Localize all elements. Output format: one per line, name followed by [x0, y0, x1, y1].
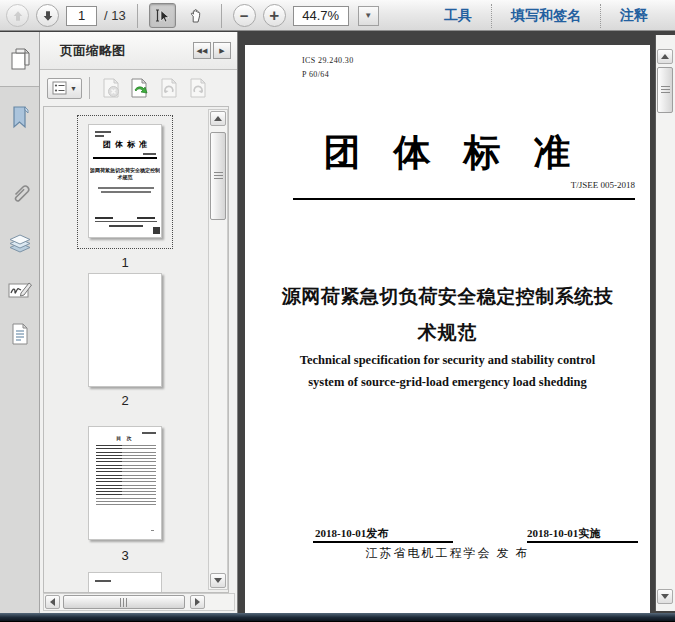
page-number-input[interactable]	[66, 6, 97, 26]
document-view: ICS 29.240.30 P 60/64 团体标准 T/JSEE 005-20…	[239, 32, 675, 614]
arrow-up-icon	[12, 10, 24, 22]
hand-tool-button[interactable]	[183, 3, 210, 28]
select-cursor-icon	[154, 8, 170, 24]
attachments-tab[interactable]	[0, 172, 39, 212]
standard-number: T/JSEE 005-2018	[571, 180, 635, 190]
scroll-down-button[interactable]	[657, 589, 673, 604]
hand-icon	[188, 8, 204, 24]
implementation-date: 2018-10-01实施	[527, 526, 600, 541]
thumbnail-2-label: 2	[77, 393, 173, 408]
page-thumbnails-tab[interactable]	[0, 32, 39, 87]
thumbnails-vertical-scrollbar[interactable]	[208, 109, 228, 590]
zoom-in-button[interactable]: +	[263, 4, 286, 27]
thumbnail-page-1[interactable]: 团体标准 源网荷紧急切负荷安全稳定控制系统技 术规范	[88, 124, 162, 238]
mini-english-bar	[101, 191, 151, 193]
ics-code: ICS 29.240.30	[302, 56, 354, 65]
panel-collapse-button[interactable]: ◀◀	[193, 42, 211, 59]
mini-underline	[95, 221, 157, 222]
title-english-line1: Technical specification for security and…	[245, 353, 650, 368]
thumbnails-toolbar: ▼	[40, 70, 237, 106]
delete-page-icon	[101, 77, 121, 99]
toolbar-separator	[137, 4, 138, 28]
grip-icon	[214, 172, 223, 180]
comment-menu-button[interactable]: 注释	[601, 7, 667, 25]
previous-page-button[interactable]	[6, 4, 29, 27]
select-tool-button[interactable]	[149, 3, 176, 28]
scroll-up-button[interactable]	[657, 49, 673, 64]
content-tab[interactable]	[0, 314, 39, 354]
thumbnail-page-4[interactable]	[88, 572, 162, 593]
layers-tab[interactable]	[0, 224, 39, 264]
mini-toc-entries	[96, 445, 122, 495]
scrollbar-thumb[interactable]	[63, 595, 185, 609]
scroll-up-button[interactable]	[210, 111, 226, 126]
document-page[interactable]: ICS 29.240.30 P 60/64 团体标准 T/JSEE 005-20…	[245, 45, 650, 613]
extract-pages-button[interactable]	[126, 75, 155, 101]
paperclip-icon	[9, 180, 31, 204]
mini-text-bar	[95, 131, 111, 133]
page-thumbnails-panel: 页面缩略图 ◀◀ ▶ ▼	[40, 32, 238, 614]
issue-date: 2018-10-01发布	[315, 526, 388, 541]
scrollbar-thumb[interactable]	[210, 132, 226, 220]
grip-icon	[661, 86, 670, 94]
mini-rule	[93, 157, 157, 159]
chevron-down-icon: ▼	[364, 11, 372, 20]
triangle-down-icon	[661, 594, 669, 599]
triangle-down-icon	[214, 578, 222, 583]
thumbnail-page-3[interactable]: 目 次	[88, 426, 162, 540]
scroll-left-button[interactable]	[45, 595, 60, 609]
mini-english-bar	[98, 187, 154, 189]
tools-menu-button[interactable]: 工具	[425, 7, 491, 25]
next-page-button[interactable]	[36, 4, 59, 27]
minus-icon: −	[240, 11, 249, 21]
page-count-label: / 13	[104, 8, 126, 23]
mini-toc-header: 目 次	[89, 435, 161, 441]
panel-expand-button[interactable]: ▶	[213, 42, 231, 59]
navigation-pane-strip	[0, 32, 40, 614]
mini-text-bar	[95, 580, 111, 582]
thumbnails-horizontal-scrollbar[interactable]	[43, 593, 235, 611]
thumbnail-corner-badge	[153, 227, 160, 234]
triangle-up-icon	[214, 116, 222, 121]
thumbnail-1-label: 1	[77, 255, 173, 270]
rotate-clockwise-button[interactable]	[184, 75, 213, 101]
thumbnail-page-2[interactable]	[88, 273, 162, 387]
implementation-date-underline	[527, 541, 638, 543]
scrollbar-thumb[interactable]	[657, 67, 673, 113]
mini-text-bar	[95, 135, 104, 137]
document-outline-icon	[10, 322, 30, 346]
zoom-level-input[interactable]	[293, 6, 349, 26]
thumbnail-list: 团体标准 源网荷紧急切负荷安全稳定控制系统技 术规范 1 2 目 次	[43, 106, 229, 593]
rotate-counterclockwise-button[interactable]	[155, 75, 184, 101]
zoom-out-button[interactable]: −	[233, 4, 256, 27]
panel-title: 页面缩略图	[60, 42, 125, 60]
delete-pages-button[interactable]	[97, 75, 126, 101]
zoom-dropdown-button[interactable]: ▼	[358, 6, 379, 26]
mini-doc-type: 团体标准	[91, 139, 162, 150]
pdf-viewer-window: / 13 − + ▼ 工具 填写和签名 注释	[0, 0, 675, 622]
p-code: P 60/64	[302, 70, 329, 79]
mini-page-number-bar	[151, 530, 154, 532]
rotate-cw-icon	[188, 77, 208, 99]
triangle-right-icon	[195, 598, 200, 606]
rotate-ccw-icon	[159, 77, 179, 99]
signatures-tab[interactable]	[0, 270, 39, 310]
signature-icon	[7, 280, 33, 300]
scroll-down-button[interactable]	[210, 573, 226, 588]
title-chinese-line2: 术规范	[245, 320, 650, 346]
mini-title-line2: 术规范	[89, 174, 161, 180]
bookmarks-tab[interactable]	[0, 98, 39, 138]
publisher: 江苏省电机工程学会 发 布	[245, 545, 650, 562]
layers-icon	[8, 234, 32, 254]
triangle-left-icon	[50, 598, 55, 606]
mini-title-line1: 源网荷紧急切负荷安全稳定控制系统技	[90, 167, 160, 174]
extract-page-icon	[129, 77, 151, 99]
scroll-right-button[interactable]	[190, 595, 205, 609]
thumbnail-options-button[interactable]: ▼	[47, 78, 82, 99]
title-chinese-line1: 源网荷紧急切负荷安全稳定控制系统技	[245, 284, 650, 310]
standard-type-title: 团体标准	[261, 128, 666, 178]
mini-header-bar	[142, 432, 156, 434]
document-vertical-scrollbar[interactable]	[655, 35, 675, 611]
fill-sign-menu-button[interactable]: 填写和签名	[492, 7, 600, 25]
triangle-up-icon	[661, 54, 669, 59]
